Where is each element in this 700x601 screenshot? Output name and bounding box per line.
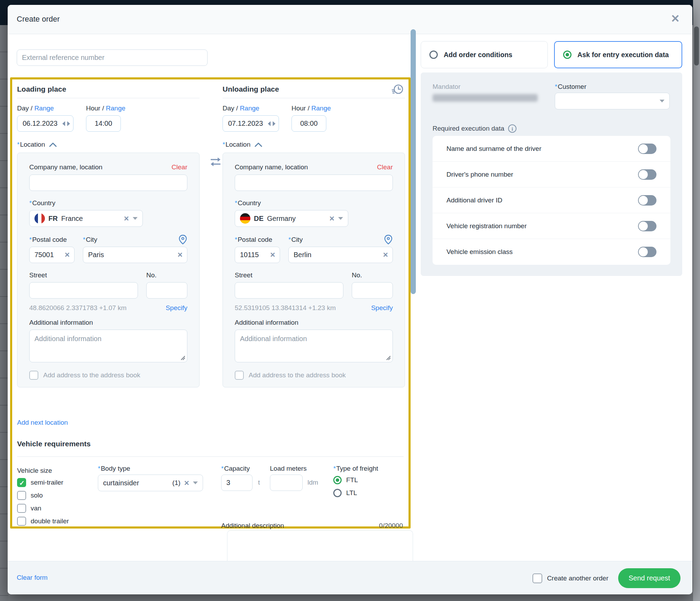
load-meters-label: Load meters [270,465,307,472]
date-prev-icon[interactable] [268,121,271,126]
create-another-checkbox[interactable] [532,573,542,583]
additional-info-textarea[interactable]: Additional information [235,330,393,362]
driver-name-toggle[interactable] [638,144,656,154]
address-book-checkbox[interactable] [29,371,38,380]
unloading-hour-input[interactable] [291,115,326,132]
caret-down-icon[interactable] [338,217,343,220]
freight-option-ftl[interactable]: FTL [333,476,358,484]
specify-link[interactable]: Specify [166,304,187,312]
chevron-up-icon[interactable] [49,142,57,147]
form-scrollbar-thumb[interactable] [411,29,416,294]
body-type-value: curtainsider [103,479,139,487]
clear-postal-icon[interactable]: ✕ [64,252,70,258]
info-icon[interactable]: i [508,124,517,133]
street-label: Street [235,271,343,279]
send-request-button[interactable]: Send request [618,568,680,588]
ask-entry-execution-radio[interactable] [563,51,571,59]
vehicle-emission-toggle[interactable] [638,247,656,257]
load-meters-input[interactable] [270,475,303,491]
country-select[interactable]: DE Germany ✕ [235,210,348,227]
vehicle-size-option[interactable]: solo [17,491,43,500]
vehicle-size-option[interactable]: semi-trailer [17,478,63,487]
add-order-conditions-option[interactable]: Add order conditions [421,41,548,68]
freight-option-ltl[interactable]: LTL [333,489,357,497]
loading-hour-input[interactable] [86,115,121,132]
caret-down-icon[interactable] [193,481,198,484]
swap-locations-icon[interactable] [209,156,222,167]
hour-range-link[interactable]: Range [311,105,331,112]
body-type-label: Body type [98,465,130,472]
country-name: France [61,215,83,223]
clear-country-icon[interactable]: ✕ [329,215,335,222]
map-pin-icon[interactable] [178,234,187,245]
list-item: Driver's phone number [433,162,670,187]
driver-id-toggle[interactable] [638,195,656,206]
street-input[interactable] [29,282,138,299]
clear-form-link[interactable]: Clear form [17,574,48,581]
close-icon[interactable]: ✕ [671,13,680,24]
solo-checkbox[interactable] [17,491,26,500]
city-label: City [288,236,393,244]
clear-body-type-icon[interactable]: ✕ [184,480,189,486]
clear-location-button[interactable]: Clear [172,163,187,171]
required-execution-data-label: Required execution data [433,125,504,132]
body-type-select[interactable]: curtainsider (1) ✕ [98,475,203,491]
ltl-radio[interactable] [333,489,342,497]
browser-scrollbar-thumb[interactable] [694,26,699,66]
street-input[interactable] [235,282,343,299]
ask-entry-execution-option[interactable]: Ask for entry execution data [554,41,682,68]
caret-down-icon[interactable] [133,217,138,220]
list-item: Vehicle registration number [433,213,670,239]
create-another-label: Create another order [547,575,608,582]
ftl-radio[interactable] [333,476,342,484]
driver-phone-toggle[interactable] [638,169,656,180]
map-pin-icon[interactable] [384,234,393,245]
semi-trailer-checkbox[interactable] [17,478,26,487]
specify-link[interactable]: Specify [371,304,393,312]
city-input[interactable] [288,247,393,263]
date-next-icon[interactable] [67,121,70,126]
vehicle-registration-toggle[interactable] [638,221,656,231]
customer-select[interactable] [555,93,670,109]
resize-handle-icon[interactable] [386,355,391,360]
capacity-input[interactable] [221,475,252,491]
additional-info-textarea[interactable]: Additional information [29,330,187,362]
street-no-input[interactable] [146,282,187,299]
clear-postal-icon[interactable]: ✕ [270,252,275,258]
hour-range-link[interactable]: Range [106,105,125,112]
mandator-value-redacted [433,94,538,102]
city-input[interactable] [83,247,187,263]
highlighted-form-region: Loading place Day / Range Hour / Range [10,77,411,529]
company-input[interactable] [29,175,187,191]
clear-city-icon[interactable]: ✕ [177,252,183,258]
vehicle-size-option[interactable]: van [17,504,41,513]
caret-down-icon[interactable] [660,100,664,102]
add-order-conditions-radio[interactable] [429,51,438,59]
company-input[interactable] [235,175,393,191]
additional-description-label: Additional description [221,522,284,530]
capacity-label: Capacity [221,465,250,472]
loading-place-title: Loading place [17,85,200,93]
browser-scrollbar-track[interactable] [693,0,700,601]
vehicle-size-option[interactable]: double trailer [17,517,69,526]
hour-group: Hour / Range [291,105,331,132]
address-book-checkbox[interactable] [235,371,244,380]
date-next-icon[interactable] [273,121,275,126]
add-next-location-link[interactable]: Add next location [17,419,68,426]
resize-handle-icon[interactable] [180,355,185,360]
double-trailer-checkbox[interactable] [17,517,26,526]
clear-country-icon[interactable]: ✕ [124,215,129,222]
chevron-up-icon[interactable] [255,142,262,147]
day-range-link[interactable]: Range [240,105,259,112]
clear-city-icon[interactable]: ✕ [383,252,388,258]
clear-location-button[interactable]: Clear [377,163,393,171]
date-prev-icon[interactable] [62,121,65,126]
street-no-input[interactable] [352,282,393,299]
external-reference-input[interactable] [17,49,208,66]
page-title: Create order [17,15,60,24]
van-checkbox[interactable] [17,504,26,513]
create-another-order-option[interactable]: Create another order [532,573,608,583]
additional-description-textarea[interactable] [227,530,413,562]
day-range-link[interactable]: Range [34,105,54,112]
country-select[interactable]: FR France ✕ [29,210,143,227]
